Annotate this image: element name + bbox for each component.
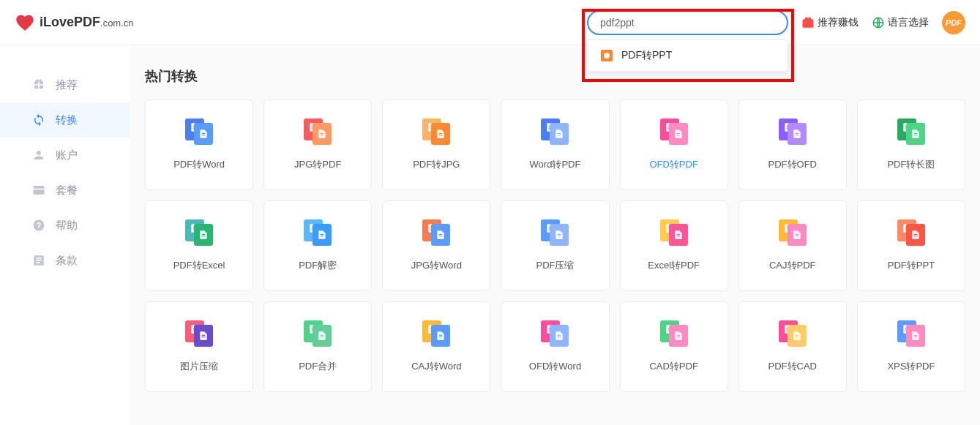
sidebar-item-label: 套餐 [56, 184, 78, 198]
language-label: 语言选择 [888, 16, 929, 29]
tool-icon [658, 219, 690, 246]
tool-card[interactable]: PDF转CAD [738, 301, 847, 392]
tool-label: XPS转PDF [887, 360, 935, 373]
search-area: PDF转PPT [587, 10, 788, 35]
sidebar-item-terms[interactable]: 条款 [0, 243, 130, 278]
heart-icon [15, 12, 35, 33]
header-right: PDF转PPT 推荐赚钱 语言选择 PDF [587, 10, 965, 35]
help-icon: ? [32, 219, 45, 232]
tool-icon [539, 320, 571, 347]
tool-card[interactable]: PDF解密 [263, 200, 372, 291]
tool-icon [895, 119, 927, 145]
tool-icon [183, 320, 215, 347]
terms-icon [32, 254, 45, 267]
user-icon [32, 148, 45, 162]
tool-card[interactable]: PDF转Excel [145, 200, 253, 291]
tool-card[interactable]: JPG转Word [382, 200, 490, 291]
sidebar-item-recommend[interactable]: 推荐 [0, 67, 130, 102]
tool-icon [777, 119, 809, 145]
tool-icon [420, 219, 452, 246]
section-title: 热门转换 [145, 67, 965, 85]
tool-label: Word转PDF [530, 158, 581, 171]
tool-icon [420, 119, 452, 145]
tool-icon [539, 119, 571, 145]
package-icon [32, 184, 45, 197]
search-suggestion-label: PDF转PPT [621, 49, 672, 62]
tool-label: CAJ转Word [411, 360, 461, 373]
tool-card[interactable]: PDF转PPT [857, 200, 965, 291]
tool-label: PDF合并 [299, 360, 337, 373]
tool-icon [539, 219, 571, 246]
pdf-badge[interactable]: PDF [942, 11, 965, 34]
tool-card[interactable]: PDF压缩 [501, 200, 609, 291]
sidebar: 推荐 转换 账户 套餐 ? 帮助 条款 [0, 45, 130, 425]
logo-domain: .com.cn [100, 18, 134, 29]
tool-card[interactable]: JPG转PDF [263, 99, 372, 190]
tool-card[interactable]: OFD转Word [501, 301, 609, 392]
search-dropdown: PDF转PPT [587, 40, 788, 72]
sidebar-item-help[interactable]: ? 帮助 [0, 208, 130, 243]
tool-icon [658, 320, 690, 347]
tool-card[interactable]: PDF合并 [263, 301, 372, 392]
tool-card[interactable]: PDF转长图 [857, 99, 965, 190]
ppt-icon [601, 50, 613, 61]
tool-icon [302, 219, 334, 246]
tool-label: CAD转PDF [649, 360, 697, 373]
tool-icon [777, 219, 809, 246]
recommend-earn-label: 推荐赚钱 [818, 16, 859, 29]
gift-icon [801, 16, 815, 29]
tool-icon [183, 119, 215, 145]
tool-icon [777, 320, 809, 347]
body: 推荐 转换 账户 套餐 ? 帮助 条款 热门转换 PDF转WordJPG转PDF… [0, 45, 980, 425]
logo[interactable]: iLovePDF.com.cn [15, 12, 134, 33]
sidebar-item-label: 帮助 [56, 219, 78, 233]
tool-card[interactable]: PDF转Word [145, 99, 253, 190]
sidebar-item-label: 转换 [56, 113, 78, 127]
tool-card[interactable]: XPS转PDF [857, 301, 965, 392]
tool-icon [183, 219, 215, 246]
tools-grid: PDF转WordJPG转PDFPDF转JPGWord转PDFOFD转PDFPDF… [145, 99, 965, 392]
tool-icon [302, 320, 334, 347]
tool-label: PDF转JPG [413, 158, 460, 171]
header: iLovePDF.com.cn PDF转PPT 推荐赚钱 语言选择 PDF [0, 0, 980, 45]
tool-icon [658, 119, 690, 145]
tool-card[interactable]: CAJ转Word [382, 301, 490, 392]
tool-card[interactable]: Word转PDF [501, 99, 609, 190]
tool-card[interactable]: Excel转PDF [620, 200, 728, 291]
tool-label: PDF转OFD [768, 158, 817, 171]
tool-label: OFD转Word [529, 360, 581, 373]
tool-card[interactable]: CAD转PDF [620, 301, 728, 392]
search-suggestion-item[interactable]: PDF转PPT [588, 40, 788, 71]
content: 热门转换 PDF转WordJPG转PDFPDF转JPGWord转PDFOFD转P… [130, 45, 980, 425]
tool-label: PDF转Word [173, 158, 225, 171]
tool-card[interactable]: OFD转PDF [620, 99, 728, 190]
svg-text:?: ? [37, 221, 41, 230]
tool-card[interactable]: PDF转JPG [382, 99, 490, 190]
tool-label: Excel转PDF [648, 259, 700, 272]
tool-label: PDF压缩 [536, 259, 574, 272]
search-input[interactable] [587, 10, 788, 35]
tool-card[interactable]: PDF转OFD [738, 99, 847, 190]
recommend-earn-link[interactable]: 推荐赚钱 [801, 16, 859, 29]
tool-label: OFD转PDF [649, 158, 697, 171]
logo-text: iLovePDF [40, 15, 100, 29]
sidebar-item-label: 推荐 [56, 78, 78, 92]
tool-card[interactable]: 图片压缩 [145, 301, 253, 392]
language-select[interactable]: 语言选择 [872, 16, 929, 29]
tool-label: PDF解密 [299, 259, 337, 272]
globe-icon [872, 16, 885, 29]
sidebar-item-package[interactable]: 套餐 [0, 173, 130, 208]
tool-card[interactable]: CAJ转PDF [738, 200, 847, 291]
sidebar-item-convert[interactable]: 转换 [0, 102, 130, 138]
tool-label: PDF转PPT [888, 259, 935, 272]
tool-label: PDF转Excel [173, 259, 225, 272]
tool-icon [302, 119, 334, 145]
tool-label: 图片压缩 [180, 360, 218, 373]
sidebar-item-account[interactable]: 账户 [0, 138, 130, 173]
tool-label: JPG转PDF [294, 158, 341, 171]
tool-label: CAJ转PDF [769, 259, 816, 272]
convert-icon [32, 113, 45, 127]
tool-label: JPG转Word [411, 259, 462, 272]
sidebar-item-label: 条款 [56, 254, 78, 268]
tool-icon [420, 320, 452, 347]
